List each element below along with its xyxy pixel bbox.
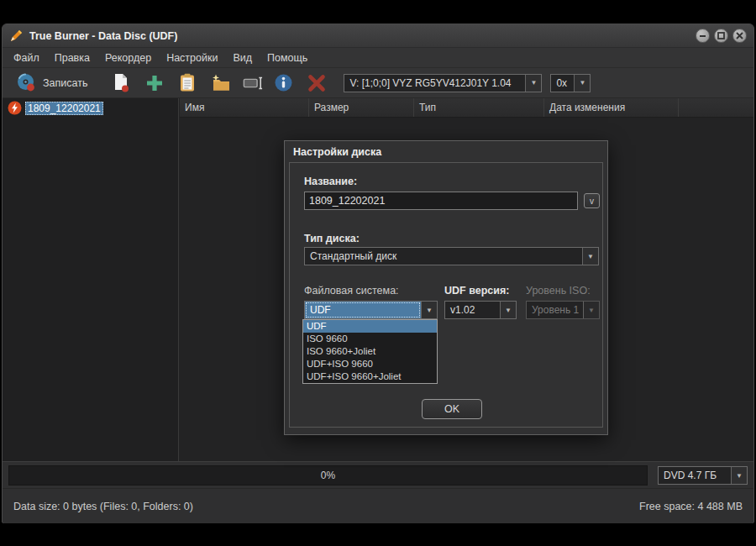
info-button[interactable] [273,73,293,93]
device-selector[interactable]: V: [1;0;0] VYZ RG5YV412J01Y 1.04 ▼ [344,74,542,92]
disc-bolt-icon [8,101,22,115]
disc-type-selector[interactable]: Стандартный диск ▼ [304,247,599,265]
column-size[interactable]: Размер [309,98,414,117]
statusbar: Data size: 0 bytes (Files: 0, Folders: 0… [3,488,753,523]
status-data-size: Data size: 0 bytes (Files: 0, Folders: 0… [13,501,193,512]
iso-level-selector: Уровень 1 ▼ [526,301,600,319]
close-button[interactable] [732,29,747,43]
menubar: Файл Правка Рекордер Настройки Вид Помощ… [3,48,753,68]
delete-icon [307,74,326,92]
fs-option-udf[interactable]: UDF [303,320,437,333]
app-window: True Burner - Data Disc (UDF) Файл Правк… [2,24,754,523]
disc-name-input[interactable] [304,192,578,210]
fs-option-udf-iso9660[interactable]: UDF+ISO 9660 [303,358,437,370]
titlebar: True Burner - Data Disc (UDF) [3,24,753,48]
speed-selector-value: 0x [551,75,574,92]
chevron-down-icon: ▼ [583,302,599,318]
window-title: True Burner - Data Disc (UDF) [29,30,177,42]
column-date-modified[interactable]: Дата изменения [544,98,679,117]
new-folder-button[interactable] [211,73,231,93]
pencil-icon [9,29,24,43]
menu-help[interactable]: Помощь [260,50,315,66]
progress-percent: 0% [321,470,335,481]
minimize-button[interactable] [696,29,710,43]
column-type[interactable]: Тип [414,98,544,117]
name-history-button[interactable]: v [584,193,600,208]
iso-level-label: Уровень ISO: [526,285,591,297]
speed-selector[interactable]: 0x ▼ [550,74,591,92]
tree-item-disc-root[interactable]: 1809_12202021 [3,98,178,118]
udf-version-value: v1.02 [445,302,500,318]
file-list-header: Имя Размер Тип Дата изменения [180,98,753,118]
ok-button[interactable]: OK [422,399,482,419]
rename-button[interactable] [243,73,263,93]
rename-icon [243,76,263,91]
filesystem-selector[interactable]: UDF ▼ [304,301,438,319]
chevron-down-icon: ▼ [500,302,516,318]
column-filler [679,98,753,117]
menu-recorder[interactable]: Рекордер [97,50,159,66]
device-selector-value: V: [1;0;0] VYZ RG5YV412J01Y 1.04 [344,75,525,92]
paste-icon [179,73,196,92]
fs-option-iso9660[interactable]: ISO 9660 [303,333,437,345]
chevron-down-icon: ▼ [421,302,437,318]
maximize-button[interactable] [714,29,728,43]
iso-level-value: Уровень 1 [527,302,583,318]
chevron-down-icon: ▼ [731,467,747,484]
filesystem-value: UDF [305,302,421,318]
menu-file[interactable]: Файл [6,50,47,66]
media-size-selector[interactable]: DVD 4.7 ГБ ▼ [658,466,748,485]
burn-progress-bar: 0% [8,465,648,486]
disc-settings-dialog: Настройки диска Название: v Тип диска: С… [284,140,608,435]
tree-item-label: 1809_12202021 [25,102,103,115]
menu-edit[interactable]: Правка [47,50,97,66]
window-controls [696,29,747,43]
new-folder-icon [211,74,231,92]
udf-version-label: UDF версия: [444,285,509,297]
udf-version-selector[interactable]: v1.02 ▼ [444,301,517,319]
new-compilation-icon [113,73,130,92]
menu-view[interactable]: Вид [225,50,260,66]
chevron-down-icon: ▼ [525,75,541,92]
compilation-tree: 1809_12202021 [3,98,179,461]
chevron-down-icon: ▼ [574,75,590,92]
new-compilation-button[interactable] [111,73,131,93]
paste-button[interactable] [177,73,197,93]
menu-settings[interactable]: Настройки [159,50,225,66]
media-size-value: DVD 4.7 ГБ [659,467,731,484]
disc-type-label: Тип диска: [304,233,360,244]
burn-button[interactable]: Записать [13,71,91,95]
disc-type-value: Стандартный диск [305,248,582,265]
fs-option-iso9660-joliet[interactable]: ISO 9660+Joliet [303,345,437,358]
burn-button-label: Записать [43,77,87,89]
status-free-space: Free space: 4 488 MB [639,501,743,512]
add-files-icon [145,74,164,92]
info-icon [275,74,292,92]
bottom-strip: 0% DVD 4.7 ГБ ▼ [3,461,753,488]
column-name[interactable]: Имя [180,98,309,117]
delete-button[interactable] [307,73,327,93]
filesystem-dropdown-list: UDF ISO 9660 ISO 9660+Joliet UDF+ISO 966… [302,319,438,384]
toolbar: Записать [3,68,753,98]
fs-option-udf-iso9660-joliet[interactable]: UDF+ISO 9660+Joliet [303,370,437,383]
disc-name-label: Название: [304,176,357,187]
dialog-title: Настройки диска [293,146,381,158]
filesystem-label: Файловая система: [304,285,399,297]
chevron-down-icon: ▼ [582,248,598,265]
burn-disc-icon [16,72,37,93]
add-files-button[interactable] [144,73,165,93]
